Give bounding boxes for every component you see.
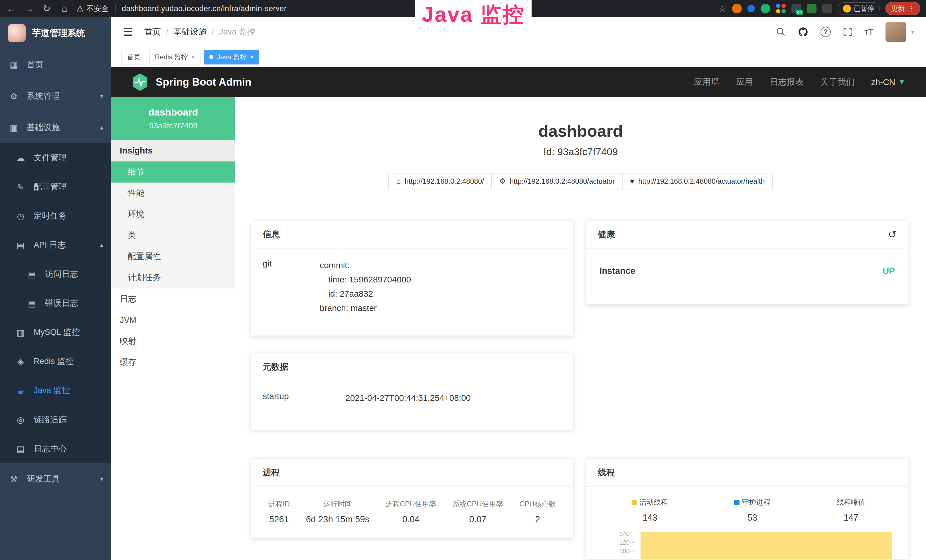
collapse-sidebar-icon[interactable]: ☰	[123, 26, 133, 38]
sidebar-item-access-log[interactable]: ▤ 访问日志	[0, 260, 111, 289]
extension-green-circle-icon[interactable]	[761, 4, 770, 14]
page-title: dashboard	[235, 121, 926, 140]
doc-icon: ▤	[26, 269, 38, 279]
security-label: 不安全	[86, 4, 109, 14]
tab-home[interactable]: 首页	[121, 50, 146, 65]
sidebar-item-devtools[interactable]: ⚒ 研发工具 ▾	[0, 463, 111, 495]
info-value: commit: time: 1596289704000 id: 27aa832 …	[320, 258, 561, 321]
sidebar-item-java[interactable]: ☕ Java 监控	[0, 376, 111, 405]
sba-item-classes[interactable]: 类	[111, 225, 235, 246]
health-card-title: 健康	[598, 229, 615, 241]
log-icon: ▤	[15, 240, 26, 250]
sba-nav-wallboard[interactable]: 应用墙	[694, 76, 719, 88]
threads-legend: 活动线程 143 守护进程 53 线程峰值	[598, 496, 897, 523]
sba-item-caches[interactable]: 缓存	[111, 352, 235, 373]
extension-puzzle-icon[interactable]	[822, 4, 832, 14]
address-bar[interactable]: dashboard.yudao.iocoder.cn/infra/admin-s…	[122, 4, 287, 13]
sba-body: dashboard 93a3fc7f7409 Insights 细节 性能 环境…	[111, 97, 926, 560]
instance-name: dashboard	[148, 107, 198, 118]
extension-fox-icon[interactable]	[732, 4, 742, 14]
sidebar-item-trace[interactable]: ◎ 链路追踪	[0, 405, 111, 434]
user-avatar[interactable]	[885, 22, 906, 42]
sba-item-scheduled-tasks[interactable]: 计划任务	[111, 267, 235, 288]
tab-java[interactable]: Java 监控 ×	[204, 50, 259, 65]
back-icon[interactable]: ←	[6, 3, 17, 14]
sba-item-metrics[interactable]: 性能	[111, 183, 235, 204]
extension-leaf-icon[interactable]	[807, 4, 817, 14]
breadcrumb-home[interactable]: 首页	[144, 26, 161, 38]
sidebar-item-redis[interactable]: ◈ Redis 监控	[0, 347, 111, 376]
threads-chart-area	[640, 532, 892, 559]
instance-id: 93a3fc7f7409	[149, 121, 198, 130]
sidebar-item-system[interactable]: ⚙ 系统管理 ▾	[0, 80, 111, 112]
github-icon[interactable]	[798, 27, 808, 37]
paused-badge[interactable]: 已暂停	[838, 2, 880, 15]
health-status-badge: UP	[883, 266, 895, 276]
sidebar-item-api-log[interactable]: ▤ API 日志 ▴	[0, 230, 111, 260]
actuator-url-link[interactable]: ⚙ http://192.168.0.2:48080/actuator	[492, 173, 623, 189]
metadata-card: 元数据 startup 2021-04-27T00:44:31.254+08:0…	[251, 353, 573, 430]
history-icon[interactable]: ↺	[888, 229, 897, 241]
browser-actions: ☆ on 已暂停 更新 ⋮	[719, 2, 920, 15]
info-card-title: 信息	[263, 229, 280, 240]
browser-menu-icon: ⋮	[908, 5, 915, 12]
reload-icon[interactable]: ↻	[41, 3, 53, 14]
sba-item-environment[interactable]: 环境	[111, 204, 235, 225]
sba-item-config-props[interactable]: 配置属性	[111, 246, 235, 267]
tag-view-bar: 首页 Redis 监控 × Java 监控 ×	[111, 47, 926, 67]
sba-item-logs[interactable]: 日志	[111, 288, 235, 310]
health-icon: ♥	[630, 177, 634, 186]
bookmark-star-icon[interactable]: ☆	[719, 4, 726, 14]
close-icon[interactable]: ×	[250, 53, 254, 61]
health-url-link[interactable]: ♥ http://192.168.0.2:48080/actuator/heal…	[622, 173, 773, 189]
sba-item-details[interactable]: 细节	[111, 162, 235, 183]
legend-live-threads: 活动线程 143	[632, 498, 668, 523]
chevron-down-icon: ▾	[100, 92, 103, 100]
close-icon[interactable]: ×	[191, 53, 195, 61]
chrome-update-button[interactable]: 更新 ⋮	[885, 2, 920, 15]
search-icon[interactable]	[776, 27, 786, 37]
sidebar-item-log-center[interactable]: ▤ 日志中心	[0, 434, 111, 463]
sidebar-item-infra[interactable]: ▣ 基础设施 ▴	[0, 112, 111, 143]
avatar-caret-icon[interactable]: ▾	[911, 29, 914, 35]
sba-nav-about[interactable]: 关于我们	[820, 76, 855, 88]
sba-nav: 应用墙 应用 日志报表 关于我们 zh-CN ▼	[694, 76, 905, 88]
security-indicator[interactable]: ⚠ 不安全	[76, 4, 109, 14]
help-icon[interactable]: ?	[820, 27, 831, 37]
locale-selector[interactable]: zh-CN ▼	[871, 77, 905, 87]
breadcrumb-infra[interactable]: 基础设施	[173, 26, 206, 38]
home-nav-icon[interactable]: ⌂	[59, 3, 70, 14]
sidebar-item-file[interactable]: ☁ 文件管理	[0, 143, 111, 172]
java-monitor-icon: ☕	[15, 386, 26, 396]
sba-nav-journal[interactable]: 日志报表	[769, 76, 803, 88]
sba-item-mappings[interactable]: 映射	[111, 331, 235, 352]
font-size-icon[interactable]: тT	[864, 27, 873, 37]
sidebar-item-config[interactable]: ✎ 配置管理	[0, 172, 111, 201]
sidebar-item-job[interactable]: ◷ 定时任务	[0, 201, 111, 230]
main-column: ☰ 首页 / 基础设施 / Java 监控 ? тT ▾	[111, 17, 926, 560]
sidebar-item-mysql[interactable]: ▥ MySQL 监控	[0, 318, 111, 347]
extension-grid-icon[interactable]	[776, 4, 786, 14]
extension-drop-icon[interactable]	[747, 5, 755, 12]
threads-chart: 140 120 100	[598, 530, 897, 559]
sba-nav-applications[interactable]: 应用	[736, 76, 753, 88]
instance-header[interactable]: dashboard 93a3fc7f7409	[111, 97, 235, 140]
legend-daemon-threads: 守护进程 53	[734, 498, 770, 523]
health-instance-row[interactable]: Instance UP	[598, 259, 897, 285]
log-center-icon: ▤	[15, 444, 26, 454]
forward-icon[interactable]: →	[23, 3, 35, 14]
sidebar-item-error-log[interactable]: ▤ 错误日志	[0, 289, 111, 318]
metadata-value: 2021-04-27T00:44:31.254+08:00	[345, 391, 561, 411]
fullscreen-icon[interactable]	[843, 27, 852, 37]
metadata-startup-row: startup 2021-04-27T00:44:31.254+08:00	[263, 391, 561, 411]
app-logo: 芋道管理系统	[0, 17, 111, 49]
process-metrics: 进程ID 5261 运行时间 6d 23h 15m 59s	[263, 496, 561, 525]
extension-onetab-icon[interactable]: on	[791, 4, 801, 14]
service-url-link[interactable]: ⌂ http://192.168.0.2:48080/	[389, 173, 492, 189]
sba-item-jvm[interactable]: JVM	[111, 310, 235, 331]
admin-sidebar: 芋道管理系统 ▦ 首页 ⚙ 系统管理 ▾ ▣ 基础设施 ▴ ☁ 文件管理	[0, 17, 111, 560]
sidebar-item-home[interactable]: ▦ 首页	[0, 49, 111, 80]
cards-grid: 信息 git commit: time: 1596289704000 id: 2	[235, 189, 926, 559]
process-card: 进程 进程ID 5261 运行时间	[251, 459, 573, 538]
tab-redis[interactable]: Redis 监控 ×	[150, 50, 200, 65]
